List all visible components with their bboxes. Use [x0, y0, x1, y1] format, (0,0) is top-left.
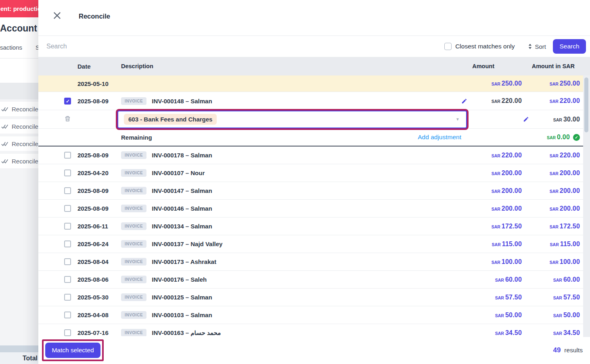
underlying-footer-band — [0, 345, 38, 352]
invoice-badge: INVOICE — [121, 329, 146, 336]
sort-icon — [528, 44, 532, 49]
table-row[interactable]: 2025-08-09 INVOICE INV-000146 – Salman S… — [38, 200, 590, 218]
sort-button[interactable]: Sort — [528, 43, 546, 50]
header-date: Date — [77, 63, 121, 70]
row-checkbox-checked[interactable] — [64, 98, 71, 105]
table-row[interactable]: 2025-04-08 INVOICE INV-000103 – Salman S… — [38, 306, 590, 324]
row-amount: SAR100.00 — [492, 258, 522, 266]
row-amount: SAR57.50 — [495, 294, 522, 301]
row-date: 2025-07-16 — [77, 329, 121, 336]
row-checkbox[interactable] — [64, 258, 71, 265]
table-row[interactable]: 2025-08-04 INVOICE INV-000173 – Ashrakat… — [38, 253, 590, 271]
row-amount-sar: SAR34.50 — [553, 329, 580, 337]
invoice-badge: INVOICE — [121, 187, 146, 195]
reconcile-button[interactable]: Reconcile — [0, 136, 38, 151]
remaining-amount-sar: SAR0.00 — [547, 134, 570, 141]
matched-row-amount: SAR220.00 — [492, 97, 522, 105]
search-input[interactable] — [46, 43, 444, 50]
row-amount-sar: SAR220.00 — [550, 152, 580, 159]
row-date: 2025-05-30 — [77, 294, 121, 301]
row-amount: SAR50.00 — [495, 312, 522, 319]
row-date: 2025-08-04 — [77, 258, 121, 265]
match-selected-button[interactable]: Match selected — [45, 343, 100, 358]
row-amount-sar: SAR200.00 — [550, 205, 580, 212]
row-description: INV-000178 – Salman — [152, 152, 212, 159]
edit-adjustment-amount-icon[interactable] — [523, 116, 529, 122]
invoice-badge: INVOICE — [121, 169, 146, 177]
underlying-page: Account sactions S ent: production Recon… — [0, 0, 38, 364]
table-row[interactable]: 2025-08-06 INVOICE INV-000176 – Saleh SA… — [38, 271, 590, 289]
edit-amount-icon[interactable] — [461, 98, 467, 104]
row-checkbox[interactable] — [64, 169, 71, 176]
remaining-label: Remaining — [121, 134, 152, 141]
row-description: INV-000125 – Salman — [152, 294, 212, 301]
row-checkbox[interactable] — [64, 152, 71, 159]
table-row[interactable]: 2025-06-11 INVOICE INV-000134 – Salman S… — [38, 218, 590, 235]
tab-transactions[interactable]: sactions — [0, 44, 22, 51]
double-check-icon — [1, 159, 9, 164]
invoice-badge: INVOICE — [121, 293, 146, 301]
row-amount: SAR200.00 — [492, 205, 522, 212]
reconcile-button[interactable]: Reconcile — [0, 102, 38, 116]
add-adjustment-link[interactable]: Add adjustment — [418, 134, 461, 141]
scrollbar-thumb[interactable] — [584, 77, 588, 132]
row-amount-sar: SAR50.00 — [553, 312, 580, 319]
adjustment-amount-sar: SAR30.00 — [553, 116, 580, 123]
row-checkbox[interactable] — [64, 312, 71, 318]
search-bar: Closest matches only Sort Search — [38, 36, 590, 57]
selected-account-chip: 603 - Bank Fees and Charges — [124, 114, 217, 125]
matched-row-description: INV-000148 – Salman — [152, 98, 212, 105]
close-icon — [52, 11, 62, 20]
modal-title: Reconcile — [79, 13, 110, 20]
row-checkbox[interactable] — [64, 205, 71, 212]
scrollbar-track[interactable] — [583, 75, 590, 337]
account-page-title: Account — [0, 23, 37, 34]
row-checkbox[interactable] — [64, 223, 71, 230]
reconcile-modal: Reconcile Closest matches only Sort Sear… — [38, 0, 590, 364]
row-description: INV-000107 – Nour — [152, 169, 205, 176]
row-amount: SAR220.00 — [492, 152, 522, 159]
row-amount-sar: SAR115.00 — [550, 241, 580, 248]
underlying-reconcile-list: Reconcile Reconcile Reconcile Reconcile — [0, 102, 38, 171]
row-amount: SAR200.00 — [492, 187, 522, 195]
row-description: INV-000163 – محمد حسام — [152, 329, 221, 337]
row-amount-sar: SAR57.50 — [553, 294, 580, 301]
account-select-dropdown[interactable]: 603 - Bank Fees and Charges — [117, 111, 467, 128]
row-date: 2025-08-09 — [77, 152, 121, 159]
reconcile-button-label: Reconcile — [12, 106, 38, 113]
matched-invoice-row[interactable]: 2025-08-09 INVOICE INV-000148 – Salman S… — [38, 92, 590, 110]
row-description: INV-000137 – Najd Valley — [152, 241, 222, 247]
reconcile-button-label: Reconcile — [12, 123, 38, 130]
row-amount-sar: SAR200.00 — [550, 169, 580, 177]
closest-matches-checkbox[interactable] — [444, 43, 452, 50]
row-checkbox[interactable] — [64, 329, 71, 336]
row-date: 2025-06-24 — [77, 241, 121, 247]
reconcile-table: 2025-05-10 SAR250.00 SAR250.00 2025-08-0… — [38, 75, 590, 336]
double-check-icon — [1, 141, 9, 146]
row-description: INV-000146 – Salman — [152, 205, 212, 212]
row-checkbox[interactable] — [64, 241, 71, 247]
close-button[interactable] — [52, 11, 62, 21]
closest-matches-toggle[interactable]: Closest matches only — [444, 43, 515, 50]
delete-adjustment-icon[interactable] — [64, 115, 71, 124]
sort-label: Sort — [535, 43, 546, 50]
row-checkbox[interactable] — [64, 276, 71, 283]
row-date: 2025-08-06 — [77, 276, 121, 283]
table-row[interactable]: 2025-05-30 INVOICE INV-000125 – Salman S… — [38, 289, 590, 306]
row-description: INV-000147 – Salman — [152, 187, 212, 194]
table-row[interactable]: 2025-08-09 INVOICE INV-000178 – Salman S… — [38, 146, 590, 164]
table-row[interactable]: 2025-04-20 INVOICE INV-000107 – Nour SAR… — [38, 164, 590, 182]
row-checkbox[interactable] — [64, 187, 71, 194]
row-checkbox[interactable] — [64, 294, 71, 301]
table-row[interactable]: 2025-06-24 INVOICE INV-000137 – Najd Val… — [38, 235, 590, 253]
reconcile-button-label: Reconcile — [12, 158, 38, 165]
bank-transaction-row: 2025-05-10 SAR250.00 SAR250.00 — [38, 75, 590, 92]
row-date: 2025-08-09 — [77, 205, 121, 212]
reconcile-button[interactable]: Reconcile — [0, 119, 38, 134]
search-button[interactable]: Search — [553, 39, 586, 54]
table-row[interactable]: 2025-07-16 INVOICE INV-000163 – محمد حسا… — [38, 324, 590, 336]
table-row[interactable]: 2025-08-09 INVOICE INV-000147 – Salman S… — [38, 182, 590, 200]
header-amount: Amount — [461, 63, 522, 69]
tabs-divider — [0, 58, 38, 59]
reconcile-button[interactable]: Reconcile — [0, 154, 38, 168]
